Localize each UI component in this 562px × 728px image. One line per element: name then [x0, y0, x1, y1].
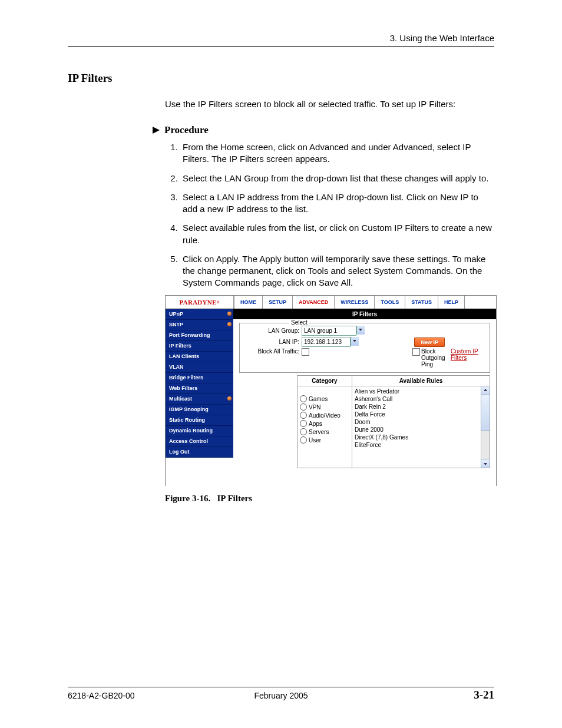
- sidebar-item-access-control[interactable]: Access Control: [166, 436, 233, 447]
- rules-box: Category Games VPN Audio/Video Apps Serv…: [297, 375, 490, 468]
- footer-rule: [68, 687, 494, 687]
- rule-item[interactable]: Doom: [355, 418, 487, 426]
- rules-header: Available Rules: [352, 376, 490, 386]
- tab-setup[interactable]: SETUP: [262, 296, 292, 309]
- triangle-right-icon: [153, 127, 160, 134]
- category-apps[interactable]: Apps: [300, 419, 349, 428]
- sidebar-item-lan-clients[interactable]: LAN Clients: [166, 352, 233, 362]
- tab-wireless[interactable]: WIRELESS: [334, 296, 374, 309]
- status-dot-icon: [227, 322, 232, 326]
- scroll-down-icon[interactable]: [481, 459, 490, 468]
- radio-icon: [300, 412, 307, 419]
- main-tabs: HOME SETUP ADVANCED WIRELESS TOOLS STATU…: [234, 296, 496, 309]
- scrollbar[interactable]: [481, 386, 490, 468]
- chevron-down-icon[interactable]: [356, 326, 365, 335]
- sidebar: UPnP SNTP Port Forwarding IP Filters LAN…: [166, 309, 233, 486]
- sidebar-item-bridge-filters[interactable]: Bridge Filters: [166, 373, 233, 383]
- status-dot-icon: [227, 396, 232, 401]
- section-title: IP Filters: [68, 72, 112, 85]
- header-rule: [68, 46, 494, 47]
- scroll-up-icon[interactable]: [481, 386, 490, 395]
- tab-spacer: [464, 296, 496, 309]
- category-header: Category: [297, 376, 352, 386]
- lan-group-label: LAN Group:: [243, 327, 302, 334]
- sidebar-item-sntp[interactable]: SNTP: [166, 320, 233, 330]
- custom-ip-filters-link[interactable]: Custom IP Filters: [451, 348, 480, 361]
- new-ip-button[interactable]: New IP: [414, 337, 445, 347]
- rule-item[interactable]: Alien vs Predator: [355, 388, 487, 395]
- step: From the Home screen, click on Advanced …: [180, 141, 494, 166]
- rule-item[interactable]: Dune 2000: [355, 426, 487, 434]
- category-games[interactable]: Games: [300, 395, 349, 403]
- procedure-steps: From the Home screen, click on Advanced …: [166, 141, 494, 296]
- tab-advanced[interactable]: ADVANCED: [292, 296, 334, 309]
- app-header: PARADYNE® HOME SETUP ADVANCED WIRELESS T…: [166, 296, 496, 309]
- radio-icon: [300, 428, 307, 435]
- radio-icon: [300, 403, 307, 411]
- main-panel: IP Filters Select LAN Group: LAN group 1…: [233, 309, 496, 486]
- radio-icon: [300, 436, 307, 444]
- category-list: Games VPN Audio/Video Apps Servers User: [297, 386, 352, 446]
- sidebar-item-web-filters[interactable]: Web Filters: [166, 383, 233, 394]
- category-servers[interactable]: Servers: [300, 428, 349, 436]
- rule-item[interactable]: Asheron's Call: [355, 395, 487, 403]
- intro-text: Use the IP Filters screen to block all o…: [165, 98, 494, 110]
- sidebar-item-port-forwarding[interactable]: Port Forwarding: [166, 330, 233, 341]
- panel-title: IP Filters: [233, 309, 496, 319]
- sidebar-item-multicast[interactable]: Multicast: [166, 394, 233, 405]
- sidebar-item-vlan[interactable]: VLAN: [166, 362, 233, 373]
- lan-ip-select[interactable]: 192.168.1.123: [302, 337, 351, 347]
- category-audio-video[interactable]: Audio/Video: [300, 411, 349, 419]
- step: Select the LAN Group from the drop-down …: [180, 173, 494, 184]
- block-ping-label: Block Outgoing Ping: [421, 348, 451, 368]
- block-ping-checkbox[interactable]: [412, 348, 420, 356]
- available-rules-list[interactable]: Alien vs Predator Asheron's Call Dark Re…: [352, 386, 490, 450]
- sidebar-item-upnp[interactable]: UPnP: [166, 309, 233, 320]
- procedure-label: Procedure: [164, 124, 209, 135]
- footer-page-number: 3-21: [474, 689, 494, 701]
- fieldset-legend: Select: [289, 319, 309, 326]
- radio-icon: [300, 420, 307, 427]
- tab-home[interactable]: HOME: [234, 296, 262, 309]
- category-column: Category Games VPN Audio/Video Apps Serv…: [297, 376, 352, 468]
- running-head: 3. Using the Web Interface: [390, 33, 494, 43]
- sidebar-item-ip-filters[interactable]: IP Filters: [166, 341, 233, 352]
- rule-item[interactable]: Dark Rein 2: [355, 403, 487, 411]
- brand-logo: PARADYNE®: [166, 296, 234, 309]
- sidebar-item-igmp-snooping[interactable]: IGMP Snooping: [166, 405, 233, 415]
- status-dot-icon: [227, 312, 232, 316]
- ip-filters-screenshot: PARADYNE® HOME SETUP ADVANCED WIRELESS T…: [165, 295, 497, 486]
- category-user[interactable]: User: [300, 436, 349, 444]
- sidebar-item-static-routing[interactable]: Static Routing: [166, 415, 233, 426]
- procedure-heading: Procedure: [153, 124, 209, 136]
- rule-item[interactable]: Delta Force: [355, 411, 487, 418]
- tab-help[interactable]: HELP: [438, 296, 464, 309]
- block-all-checkbox[interactable]: [302, 348, 309, 356]
- lan-group-select[interactable]: LAN group 1: [302, 326, 356, 336]
- select-fieldset: Select LAN Group: LAN group 1 LAN IP: 19…: [239, 323, 490, 373]
- figure-caption: Figure 3-16. IP Filters: [165, 494, 252, 504]
- chevron-down-icon[interactable]: [351, 337, 359, 346]
- rule-item[interactable]: EliteForce: [355, 441, 487, 449]
- category-vpn[interactable]: VPN: [300, 403, 349, 411]
- lan-ip-label: LAN IP:: [243, 339, 302, 345]
- tab-tools[interactable]: TOOLS: [374, 296, 405, 309]
- sidebar-item-log-out[interactable]: Log Out: [166, 447, 233, 458]
- scroll-thumb[interactable]: [481, 395, 490, 431]
- rule-item[interactable]: DirectX (7,8) Games: [355, 434, 487, 441]
- block-all-label: Block All Traffic:: [243, 348, 302, 355]
- step: Select available rules from the list, or…: [180, 222, 494, 246]
- radio-icon: [300, 395, 307, 402]
- rules-column: Available Rules Alien vs Predator Ashero…: [352, 376, 490, 468]
- step: Click on Apply. The Apply button will te…: [180, 253, 494, 289]
- tab-status[interactable]: STATUS: [405, 296, 438, 309]
- sidebar-item-dynamic-routing[interactable]: Dynamic Routing: [166, 426, 233, 436]
- step: Select a LAN IP address from the LAN IP …: [180, 191, 494, 216]
